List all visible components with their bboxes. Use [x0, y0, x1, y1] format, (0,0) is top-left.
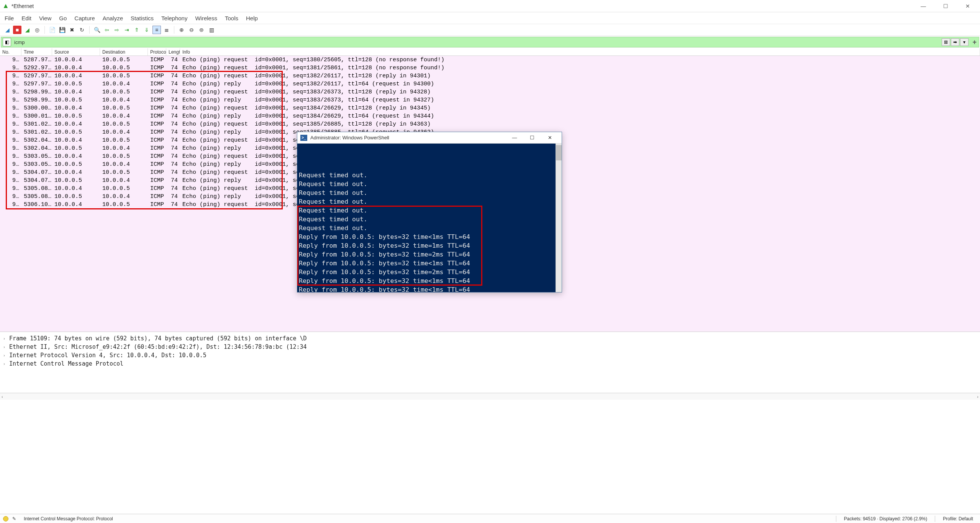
- ps-close-button[interactable]: ✕: [541, 132, 559, 143]
- menu-go[interactable]: Go: [59, 15, 67, 21]
- window-controls: — ☐ ✕: [916, 3, 978, 9]
- column-info[interactable]: Info: [180, 48, 980, 56]
- zoom-out-icon[interactable]: ⊖: [187, 26, 196, 34]
- detail-ip[interactable]: ›Internet Protocol Version 4, Src: 10.0.…: [3, 351, 977, 360]
- close-file-icon[interactable]: ✖: [68, 26, 76, 34]
- goto-icon[interactable]: ⇥: [123, 26, 131, 34]
- titlebar: ▲ *Ethernet — ☐ ✕: [0, 0, 980, 12]
- menu-help[interactable]: Help: [246, 15, 258, 21]
- ps-line: Reply from 10.0.0.5: bytes=32 time=2ms T…: [299, 250, 560, 259]
- bookmark-icon[interactable]: ◧: [3, 38, 11, 46]
- zoom-in-icon[interactable]: ⊕: [177, 26, 186, 34]
- restart-capture-icon[interactable]: ◢: [23, 26, 31, 34]
- menu-analyze[interactable]: Analyze: [103, 15, 123, 21]
- menu-telephony[interactable]: Telephony: [161, 15, 187, 21]
- status-profile[interactable]: Profile: Default: [939, 516, 977, 521]
- last-packet-icon[interactable]: ⇓: [143, 26, 151, 34]
- column-source[interactable]: Source: [52, 48, 100, 56]
- expert-info-icon[interactable]: [3, 516, 8, 521]
- packet-row[interactable]: 9…5300.00…10.0.0.410.0.0.5ICMP74Echo (pi…: [0, 104, 980, 112]
- scrollbar-thumb[interactable]: [556, 145, 562, 160]
- auto-scroll-icon[interactable]: ≡: [152, 26, 161, 34]
- back-icon[interactable]: ⇦: [103, 26, 111, 34]
- packet-row[interactable]: 9…5301.02…10.0.0.410.0.0.5ICMP74Echo (pi…: [0, 120, 980, 128]
- clear-filter-button[interactable]: ⊠: [942, 38, 950, 46]
- horizontal-scrollbar[interactable]: ‹›: [0, 393, 980, 400]
- zoom-reset-icon[interactable]: ⊜: [197, 26, 206, 34]
- menu-capture[interactable]: Capture: [74, 15, 95, 21]
- detail-text: Internet Control Message Protocol: [9, 360, 123, 367]
- menubar: File Edit View Go Capture Analyze Statis…: [0, 12, 980, 24]
- app-icon: ▲: [2, 2, 9, 10]
- caret-icon: ›: [3, 345, 7, 349]
- packet-list-header: No. Time Source Destination Protocol Len…: [0, 48, 980, 56]
- window-title: *Ethernet: [11, 3, 916, 9]
- ps-line: Request timed out.: [299, 197, 560, 206]
- ps-line: Request timed out.: [299, 215, 560, 224]
- open-file-icon[interactable]: 📄: [48, 26, 56, 34]
- display-filter-input[interactable]: [13, 39, 942, 46]
- column-length[interactable]: Length: [166, 48, 180, 56]
- powershell-window[interactable]: >_ Administrator: Windows PowerShell — ☐…: [297, 132, 562, 293]
- detail-ethernet[interactable]: ›Ethernet II, Src: Microsof_e9:42:2f (60…: [3, 343, 977, 351]
- filter-history-button[interactable]: ▾: [960, 38, 969, 46]
- start-capture-icon[interactable]: ◢: [3, 26, 11, 34]
- resize-columns-icon[interactable]: ▥: [207, 26, 216, 34]
- separator: [44, 26, 45, 34]
- forward-icon[interactable]: ⇨: [113, 26, 121, 34]
- ps-line: Request timed out.: [299, 180, 560, 188]
- minimize-button[interactable]: —: [916, 3, 931, 9]
- reload-icon[interactable]: ↻: [78, 26, 86, 34]
- ps-line: Reply from 10.0.0.5: bytes=32 time<1ms T…: [299, 285, 560, 292]
- column-destination[interactable]: Destination: [100, 48, 148, 56]
- detail-icmp[interactable]: ›Internet Control Message Protocol: [3, 360, 977, 368]
- stop-capture-icon[interactable]: ■: [13, 26, 21, 34]
- ps-minimize-button[interactable]: —: [506, 132, 523, 143]
- menu-edit[interactable]: Edit: [21, 15, 31, 21]
- powershell-output[interactable]: Request timed out.Request timed out.Requ…: [297, 144, 562, 292]
- detail-text: Frame 15109: 74 bytes on wire (592 bits)…: [9, 335, 307, 342]
- menu-file[interactable]: File: [5, 15, 14, 21]
- caret-icon: ›: [3, 353, 7, 358]
- detail-text: Internet Protocol Version 4, Src: 10.0.0…: [9, 352, 206, 359]
- packet-row[interactable]: 9…5300.01…10.0.0.510.0.0.4ICMP74Echo (pi…: [0, 112, 980, 120]
- colorize-icon[interactable]: ≣: [162, 26, 171, 34]
- ps-line: Request timed out.: [299, 224, 560, 232]
- close-button[interactable]: ✕: [960, 3, 975, 9]
- menu-statistics[interactable]: Statistics: [131, 15, 154, 21]
- separator: [89, 26, 90, 34]
- column-no[interactable]: No.: [0, 48, 21, 56]
- ps-line: Reply from 10.0.0.5: bytes=32 time<1ms T…: [299, 276, 560, 285]
- powershell-titlebar[interactable]: >_ Administrator: Windows PowerShell — ☐…: [297, 132, 562, 144]
- packet-row[interactable]: 9…5298.99…10.0.0.410.0.0.5ICMP74Echo (pi…: [0, 88, 980, 96]
- add-filter-button[interactable]: +: [970, 38, 979, 46]
- menu-view[interactable]: View: [39, 15, 51, 21]
- save-file-icon[interactable]: 💾: [58, 26, 66, 34]
- packet-row[interactable]: 9…5292.97…10.0.0.410.0.0.5ICMP74Echo (pi…: [0, 64, 980, 72]
- column-time[interactable]: Time: [21, 48, 52, 56]
- powershell-scrollbar[interactable]: [556, 144, 562, 292]
- caret-icon: ›: [3, 337, 7, 341]
- menu-wireless[interactable]: Wireless: [195, 15, 217, 21]
- find-icon[interactable]: 🔍: [93, 26, 101, 34]
- maximize-button[interactable]: ☐: [938, 3, 953, 9]
- ps-line: Request timed out.: [299, 188, 560, 197]
- ps-line: Reply from 10.0.0.5: bytes=32 time<1ms T…: [299, 259, 560, 268]
- statusbar: ✎ Internet Control Message Protocol: Pro…: [0, 514, 980, 523]
- packet-row[interactable]: 9…5297.97…10.0.0.410.0.0.5ICMP74Echo (pi…: [0, 72, 980, 80]
- status-packets: Packets: 94519 · Displayed: 2706 (2.9%): [840, 516, 931, 521]
- packet-row[interactable]: 9…5287.97…10.0.0.410.0.0.5ICMP74Echo (pi…: [0, 56, 980, 64]
- capture-options-icon[interactable]: ◎: [33, 26, 41, 34]
- column-protocol[interactable]: Protocol: [148, 48, 166, 56]
- first-packet-icon[interactable]: ⇑: [133, 26, 141, 34]
- ps-line: Request timed out.: [299, 206, 560, 215]
- detail-frame[interactable]: ›Frame 15109: 74 bytes on wire (592 bits…: [3, 334, 977, 343]
- packet-row[interactable]: 9…5298.99…10.0.0.510.0.0.4ICMP74Echo (pi…: [0, 96, 980, 104]
- edit-icon[interactable]: ✎: [12, 516, 16, 521]
- apply-filter-button[interactable]: ➡: [951, 38, 959, 46]
- packet-details[interactable]: ›Frame 15109: 74 bytes on wire (592 bits…: [0, 332, 980, 393]
- packet-row[interactable]: 9…5297.97…10.0.0.510.0.0.4ICMP74Echo (pi…: [0, 80, 980, 88]
- toolbar: ◢ ■ ◢ ◎ 📄 💾 ✖ ↻ 🔍 ⇦ ⇨ ⇥ ⇑ ⇓ ≡ ≣ ⊕ ⊖ ⊜ ▥: [0, 24, 980, 36]
- ps-maximize-button[interactable]: ☐: [523, 132, 541, 143]
- menu-tools[interactable]: Tools: [225, 15, 238, 21]
